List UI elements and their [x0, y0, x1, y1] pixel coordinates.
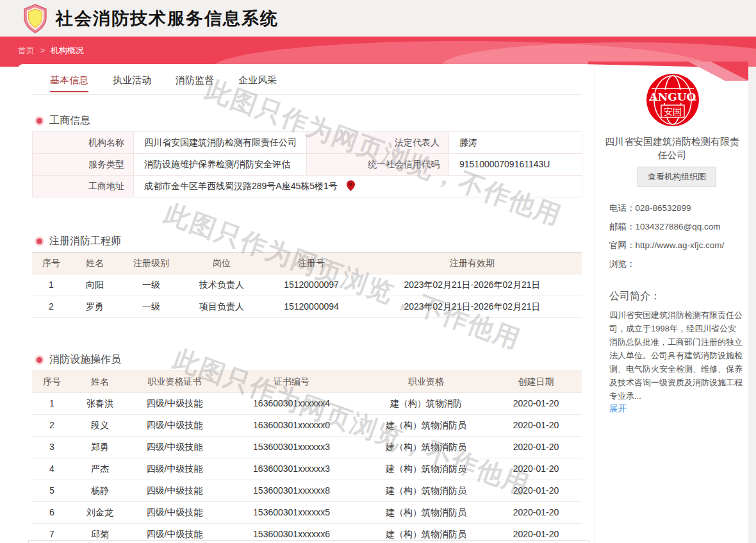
- cell-name: 刘金龙: [72, 502, 128, 523]
- cell-validity: 2023年02月21日-2026年02月21日: [363, 296, 582, 317]
- tab-practice-activity[interactable]: 执业活动: [113, 74, 151, 92]
- cell-seq: 4: [32, 458, 72, 480]
- contact-label: 浏览：: [609, 257, 636, 271]
- cell-cert-no: 153600301xxxxxx5: [221, 502, 362, 523]
- next-row-partial: [28, 540, 589, 543]
- phone-value: 028-86532899: [636, 201, 739, 215]
- logo-text-anguo: ANGUO: [649, 90, 696, 103]
- cell-cert-level: 四级/中级技能: [128, 458, 221, 480]
- cell-created-date: 2020-01-20: [490, 415, 582, 436]
- contact-website: 官网： http://www.ag-xfjc.com/: [609, 238, 739, 252]
- cell-seq: 1: [32, 393, 72, 414]
- engineers-table: 序号 姓名 注册级别 岗位 注册号 注册有效期 1 向阳 一级 技术负责人 15…: [32, 252, 582, 318]
- cell-name: 郑勇: [72, 437, 128, 458]
- table-row: 1 向阳 一级 技术负责人 15120000097 2023年02月21日-20…: [32, 274, 582, 296]
- cell-seq: 2: [32, 415, 72, 436]
- table-row: 2 罗勇 一级 项目负责人 15120000094 2023年02月21日-20…: [32, 296, 582, 318]
- table-header-row: 序号 姓名 职业资格证书 证书编号 职业资格 创建日期: [32, 371, 582, 393]
- cell-validity: 2023年02月21日-2026年02月21日: [363, 274, 582, 296]
- tab-basic-info[interactable]: 基本信息: [50, 74, 88, 92]
- table-row: 工商地址 成都市金牛区羊西线蜀汉路289号A座45栋5楼1号: [33, 176, 582, 197]
- expand-link[interactable]: 展开: [609, 403, 627, 415]
- company-profile-text: 四川省安国建筑消防检测有限责任公司，成立于1998年，经四川省公安消防总队批准，…: [609, 308, 743, 403]
- service-type-value: 消防设施维护保养检测/消防安全评估: [134, 154, 307, 176]
- main-column: 基本信息 执业活动 消防监督 企业风采 工商信息 机构名称 四川省安国建筑消防检…: [18, 64, 595, 543]
- company-logo-icon: ANGUO 安国: [646, 73, 700, 127]
- cell-seq: 3: [32, 437, 72, 458]
- website-link[interactable]: http://www.ag-xfjc.com/: [636, 238, 739, 252]
- tab-company-showcase[interactable]: 企业风采: [238, 74, 277, 92]
- contact-label: 邮箱：: [609, 220, 636, 233]
- email-value: 1034327886@qq.com: [636, 220, 739, 233]
- column-header: 职业资格: [362, 371, 490, 392]
- table-header-row: 序号 姓名 注册级别 岗位 注册号 注册有效期: [32, 253, 582, 274]
- table-row: 4 严杰 四级/中级技能 163600301xxxxxx3 建（构）筑物消防员 …: [32, 458, 582, 480]
- breadcrumb: 首页 > 机构概况: [18, 45, 84, 56]
- company-profile-title: 公司简介：: [609, 290, 661, 303]
- map-pin-icon[interactable]: [347, 180, 355, 191]
- cell-created-date: 2020-01-20: [490, 437, 582, 458]
- section-bullet-icon: [37, 238, 42, 244]
- cell-qualification: 建（构）筑物消防员: [362, 502, 490, 523]
- cell-created-date: 2020-01-20: [490, 393, 582, 414]
- contact-views: 浏览：: [609, 257, 739, 271]
- page-right-gutter: [748, 67, 756, 543]
- breadcrumb-home-link[interactable]: 首页: [18, 46, 35, 55]
- tab-bar: 基本信息 执业活动 消防监督 企业风采: [50, 74, 277, 92]
- table-row: 6 刘金龙 四级/中级技能 153600301xxxxxx5 建（构）筑物消防员…: [32, 502, 582, 524]
- section-title-label: 工商信息: [49, 114, 90, 128]
- cell-seq: 6: [32, 502, 72, 523]
- column-header: 职业资格证书: [128, 371, 221, 392]
- table-row: 机构名称 四川省安国建筑消防检测有限责任公司 法定代表人 滕涛: [33, 132, 582, 154]
- cell-cert-level: 四级/中级技能: [128, 415, 221, 436]
- column-header: 序号: [32, 371, 72, 392]
- cell-cert-level: 四级/中级技能: [128, 393, 221, 414]
- section-bullet-icon: [37, 357, 42, 363]
- org-name-value: 四川省安国建筑消防检测有限责任公司: [134, 132, 307, 154]
- cell-cert-no: 163600301xxxxxx3: [221, 458, 362, 480]
- column-header: 注册级别: [119, 253, 183, 274]
- cell-cert-no: 153600301xxxxxx8: [221, 480, 362, 501]
- shield-logo-icon: [22, 4, 48, 33]
- column-header: 创建日期: [490, 371, 582, 392]
- cell-qualification: 建（构）筑物消防: [362, 393, 490, 414]
- cell-created-date: 2020-01-20: [490, 480, 582, 501]
- logo-text-cn: 安国: [664, 106, 682, 117]
- legal-rep-value: 滕涛: [449, 132, 582, 154]
- cell-position: 项目负责人: [183, 296, 260, 317]
- operators-table: 序号 姓名 职业资格证书 证书编号 职业资格 创建日期 1 张春洪 四级/中级技…: [32, 371, 582, 543]
- table-row: 2 段义 四级/中级技能 163600301xxxxxx0 建（构）筑物消防员 …: [32, 415, 582, 437]
- cell-cert-level: 四级/中级技能: [128, 502, 221, 523]
- sidebar-company-name: 四川省安国建筑消防检测有限责任公司: [600, 135, 744, 162]
- contact-email: 邮箱： 1034327886@qq.com: [609, 220, 739, 233]
- table-row: 5 杨静 四级/中级技能 153600301xxxxxx8 建（构）筑物消防员 …: [32, 480, 582, 502]
- column-header: 证书编号: [221, 371, 362, 392]
- section-operators: 消防设施操作员: [37, 353, 121, 367]
- cell-level: 一级: [119, 274, 183, 296]
- contact-label: 官网：: [609, 238, 636, 252]
- cell-qualification: 建（构）筑物消防员: [362, 480, 490, 501]
- field-label: 统一社会信用代码: [307, 154, 449, 176]
- breadcrumb-current: 机构概况: [51, 46, 84, 55]
- address-value: 成都市金牛区羊西线蜀汉路289号A座45栋5楼1号: [134, 176, 582, 197]
- table-row: 3 郑勇 四级/中级技能 153600301xxxxxx3 建（构）筑物消防员 …: [32, 437, 582, 458]
- cell-position: 技术负责人: [183, 274, 260, 296]
- credit-code-value: 91510000709161143U: [449, 154, 582, 176]
- cell-seq: 5: [32, 480, 72, 501]
- cell-cert-level: 四级/中级技能: [128, 480, 221, 501]
- contact-info: 电话： 028-86532899 邮箱： 1034327886@qq.com 官…: [609, 201, 739, 276]
- cell-reg-no: 15120000094: [260, 296, 363, 317]
- cell-reg-no: 15120000097: [260, 274, 363, 296]
- views-value: [636, 257, 739, 271]
- field-label: 法定代表人: [307, 132, 449, 154]
- field-label: 服务类型: [33, 154, 134, 176]
- section-business-info: 工商信息: [37, 114, 90, 128]
- cell-name: 张春洪: [72, 393, 128, 414]
- table-row: 服务类型 消防设施维护保养检测/消防安全评估 统一社会信用代码 91510000…: [33, 154, 582, 176]
- tab-fire-supervision[interactable]: 消防监督: [176, 74, 214, 92]
- breadcrumb-band: 首页 > 机构概况: [0, 37, 756, 67]
- top-header: 社会消防技术服务信息系统: [0, 0, 756, 37]
- cell-seq: 2: [32, 296, 70, 317]
- view-org-chart-button[interactable]: 查看机构组织图: [637, 167, 716, 187]
- field-label: 工商地址: [33, 176, 134, 197]
